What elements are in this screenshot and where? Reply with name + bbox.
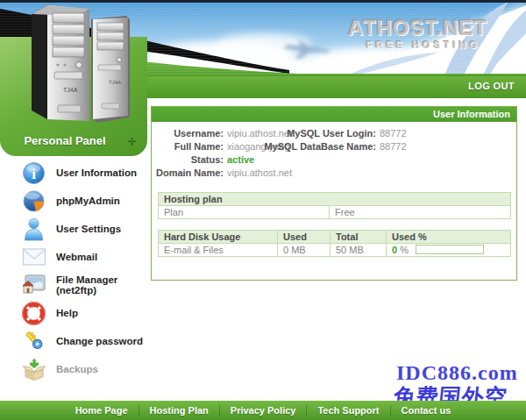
info-icon: i	[22, 160, 48, 185]
envelope-icon	[22, 245, 48, 269]
field-value: 88772	[380, 141, 407, 152]
field-label: Domain Name:	[152, 167, 224, 180]
person-icon	[22, 217, 48, 241]
footer-link-contact-us[interactable]: Contact us	[391, 401, 462, 420]
usage-total-cell: 50 MB	[331, 244, 387, 257]
footer-nav: Home Page Hosting Plan Privacy Policy Te…	[0, 401, 526, 420]
sidebar-item-change-password[interactable]: Change password	[0, 327, 147, 355]
field-label: Full Name:	[152, 140, 224, 153]
account-info-right: MySQL User Login:88772 MySQL DataBase Na…	[257, 127, 407, 153]
user-information-panel: User Information Username:vipiu.athost.n…	[151, 106, 517, 281]
usage-used-cell: 0 MB	[278, 244, 331, 257]
move-handle-icon[interactable]: ✛	[127, 135, 137, 148]
table-row: Plan Free	[159, 206, 511, 219]
sidebar-item-help[interactable]: Help	[0, 299, 147, 327]
percent-sign: %	[400, 245, 409, 255]
account-row: MySQL DataBase Name:88772	[257, 140, 407, 153]
sidebar-item-label: phpMyAdmin	[56, 196, 120, 206]
footer-link-hosting-plan[interactable]: Hosting Plan	[139, 401, 219, 420]
footer-link-tech-support[interactable]: Tech Support	[307, 401, 389, 420]
column-header: Used %	[387, 231, 511, 244]
sidebar-item-label: Help	[56, 308, 78, 318]
table-row: E-mail & Files 0 MB 50 MB 0%	[159, 244, 511, 257]
column-header: Used	[278, 231, 331, 244]
hosting-plan-header: Hosting plan	[159, 193, 511, 206]
usage-progress-bar	[416, 245, 484, 254]
sidebar-item-label: Change password	[56, 336, 143, 346]
sidebar-item-backups[interactable]: Backups	[0, 355, 147, 383]
footer-link-home-page[interactable]: Home Page	[65, 401, 139, 420]
personal-panel-title: Personal Panel	[0, 134, 130, 147]
status-value: active	[227, 154, 254, 165]
column-header: Hard Disk Usage	[159, 231, 278, 244]
section-title-bar: User Information	[152, 107, 516, 122]
lifebuoy-icon	[22, 301, 48, 325]
field-label: Status:	[152, 153, 224, 167]
sidebar-item-phpmyadmin[interactable]: phpMyAdmin	[0, 187, 147, 215]
sidebar-item-webmail[interactable]: Webmail	[0, 243, 147, 271]
open-box-icon	[22, 357, 48, 381]
field-label: MySQL User Login:	[257, 127, 376, 140]
key-icon	[22, 329, 48, 353]
usage-pct-cell: 0%	[387, 244, 511, 257]
field-value: vipiu.athost.net	[227, 167, 292, 178]
disk-usage-table: Hard Disk Usage Used Total Used % E-mail…	[158, 230, 511, 257]
sidebar-item-label: User Settings	[56, 224, 121, 234]
server-towers-illustration: TJ4A TJ4A	[25, 2, 147, 135]
watermark-site: IDC886.com	[396, 361, 518, 385]
sidebar-item-label: User Information	[56, 167, 137, 178]
site-logo: ATHOST.NET	[348, 16, 487, 40]
sidebar-item-label: Webmail	[56, 252, 97, 262]
hosting-plan-table: Hosting plan Plan Free	[158, 192, 511, 219]
column-header: Total	[331, 231, 387, 244]
footer-link-privacy-policy[interactable]: Privacy Policy	[220, 401, 307, 420]
field-label: Username:	[152, 127, 224, 140]
hosting-control-panel: ATHOST.NET FREE HOSTING LOG OUT Personal…	[0, 0, 526, 420]
account-row: Domain Name:vipiu.athost.net	[152, 167, 292, 180]
table-header-row: Hard Disk Usage Used Total Used %	[159, 231, 511, 244]
svg-text:TJ4A: TJ4A	[63, 87, 78, 93]
account-row: MySQL User Login:88772	[257, 127, 407, 140]
logout-button[interactable]: LOG OUT	[468, 75, 526, 98]
plan-label-cell: Plan	[159, 206, 330, 219]
usage-name-cell: E-mail & Files	[159, 244, 278, 257]
sidebar-item-file-manager[interactable]: File Manager (net2ftp)	[0, 271, 147, 299]
sidebar-item-user-settings[interactable]: User Settings	[0, 215, 147, 243]
sidebar-menu: i User Information phpMyAdmin	[0, 159, 147, 383]
sidebar-item-user-information[interactable]: i User Information	[0, 159, 147, 187]
sidebar-item-label: File Manager (net2ftp)	[56, 274, 147, 295]
field-label: MySQL DataBase Name:	[257, 140, 376, 153]
field-value: 88772	[380, 128, 407, 139]
image-icon	[22, 273, 48, 297]
pie-chart-icon	[22, 189, 48, 213]
sidebar-item-label: Backups	[56, 364, 98, 374]
svg-text:TJ4A: TJ4A	[109, 80, 121, 85]
site-logo-subtitle: FREE HOSTING	[366, 39, 480, 50]
usage-pct-value: 0	[392, 245, 397, 255]
account-row: Status:active	[152, 153, 292, 167]
svg-text:i: i	[32, 166, 36, 182]
plan-value-cell: Free	[330, 206, 511, 219]
